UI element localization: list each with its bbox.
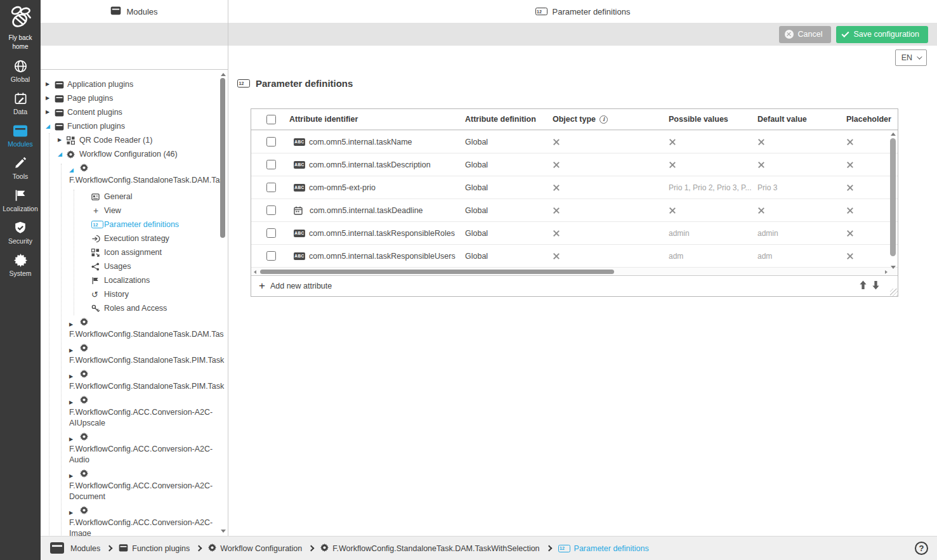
- add-new-attribute-button[interactable]: Add new attribute: [270, 282, 332, 290]
- tree-item-localizations[interactable]: Localizations: [91, 273, 219, 287]
- chevron-expanded-icon[interactable]: ◢: [69, 167, 78, 173]
- sidebar-item-data[interactable]: Data: [0, 91, 41, 115]
- cancel-button[interactable]: Cancel: [779, 26, 832, 43]
- row-checkbox[interactable]: [266, 137, 276, 147]
- breadcrumb-config-node[interactable]: F.WorkflowConfig.StandaloneTask.DAM.Task…: [320, 544, 539, 554]
- modules-app-icon: [49, 541, 65, 556]
- tree-item-workflow-config-node[interactable]: ▶ F.WorkflowConfig.StandaloneTask.PIM.Ta…: [69, 370, 219, 392]
- tree-item-application-plugins[interactable]: ▶ Application plugins: [46, 77, 219, 91]
- tree-item-workflow-config-node[interactable]: ▶ F.WorkflowConfig.ACC.Conversion-A2C-Im…: [69, 506, 219, 536]
- help-button[interactable]: ?: [915, 542, 928, 555]
- table-row[interactable]: ABC com.omn5.internal.taskResponsibleRol…: [251, 221, 898, 244]
- tree-item-view[interactable]: + View: [91, 204, 219, 218]
- row-checkbox[interactable]: [266, 160, 276, 169]
- table-vertical-scrollbar[interactable]: [889, 131, 897, 270]
- tree-item-page-plugins[interactable]: ▶ Page plugins: [46, 91, 219, 105]
- chevron-right-icon[interactable]: ▶: [69, 437, 78, 442]
- scroll-left-arrow[interactable]: [254, 270, 256, 274]
- tree-item-workflow-config-node[interactable]: ▶ F.WorkflowConfig.ACC.Conversion-A2C-Au…: [69, 433, 219, 466]
- chevron-right-icon[interactable]: ▶: [46, 82, 55, 87]
- chevron-right-icon[interactable]: ▶: [46, 110, 55, 115]
- scroll-down-arrow[interactable]: [221, 530, 226, 533]
- scroll-up-arrow[interactable]: [221, 73, 226, 76]
- chevron-expanded-icon[interactable]: ◢: [46, 124, 55, 129]
- page-title: 12 Parameter definitions: [237, 78, 937, 89]
- row-checkbox[interactable]: [266, 205, 276, 215]
- parameter-definitions-icon: 12: [237, 79, 250, 88]
- tree-scrollbar[interactable]: [219, 70, 227, 536]
- chevron-right-icon[interactable]: ▶: [69, 511, 78, 516]
- chevron-right-icon[interactable]: ▶: [69, 400, 78, 405]
- chevron-right-icon[interactable]: ▶: [69, 348, 78, 353]
- sidebar-item-system[interactable]: System: [0, 252, 41, 277]
- module-box-icon: [55, 122, 67, 131]
- breadcrumb-parameter-definitions[interactable]: 12 Parameter definitions: [558, 544, 649, 553]
- home-logo[interactable]: Fly back home: [0, 0, 41, 58]
- row-checkbox[interactable]: [266, 228, 276, 238]
- chevron-right-icon[interactable]: ▶: [69, 322, 78, 327]
- chevron-right-icon[interactable]: ▶: [69, 374, 78, 379]
- breadcrumb-modules[interactable]: Modules: [70, 544, 100, 553]
- column-header-attribute-definition: Attribute definition: [461, 115, 549, 124]
- text-attribute-icon: ABC: [294, 184, 305, 192]
- chevron-right-icon: [107, 545, 113, 552]
- row-checkbox[interactable]: [266, 251, 276, 261]
- tree-item-execution-strategy[interactable]: Execution strategy: [91, 231, 219, 245]
- tree-item-workflow-config-node[interactable]: ▶ F.WorkflowConfig.ACC.Conversion-A2C-Do…: [69, 469, 219, 502]
- tree-item-usages[interactable]: Usages: [91, 259, 219, 273]
- move-down-button[interactable]: [872, 280, 880, 292]
- tree-item-history[interactable]: ↺ History: [91, 287, 219, 301]
- language-selector[interactable]: EN: [895, 49, 927, 66]
- tree-item-content-plugins[interactable]: ▶ Content plugins: [46, 105, 219, 119]
- text-attribute-icon: ABC: [294, 252, 305, 260]
- tree-item-workflow-config-node[interactable]: ◢ F.WorkflowConfig.StandaloneTask.DAM.Ta…: [69, 164, 219, 186]
- table-header-row: Attribute identifier Attribute definitio…: [251, 109, 898, 130]
- tree-scrollbar-thumb[interactable]: [220, 78, 225, 238]
- sub-header-row: EN: [41, 46, 937, 70]
- chevron-right-icon[interactable]: ▶: [69, 474, 78, 479]
- tree-item-qr-code-reader[interactable]: ▶ QR Code Reader (1): [58, 133, 219, 147]
- sidebar-item-global[interactable]: Global: [0, 58, 41, 83]
- panel-title: Modules: [126, 7, 157, 16]
- sidebar-item-modules[interactable]: Modules: [0, 123, 41, 148]
- sidebar-item-label: Security: [8, 237, 32, 245]
- breadcrumb-workflow-configuration[interactable]: Workflow Configuration: [208, 544, 302, 554]
- move-up-button[interactable]: [859, 280, 867, 292]
- tree-item-workflow-config-node[interactable]: ▶ F.WorkflowConfig.ACC.Conversion-A2C-AI…: [69, 396, 219, 429]
- table-row[interactable]: ABC com.omn5.internal.taskResponsibleUse…: [251, 244, 898, 267]
- sidebar-item-tools[interactable]: Tools: [0, 155, 41, 180]
- column-header-object-type: Object type i: [549, 115, 664, 124]
- table-horizontal-scrollbar[interactable]: [251, 267, 898, 275]
- resize-handle[interactable]: [890, 289, 898, 296]
- info-icon[interactable]: i: [600, 115, 608, 124]
- table-row[interactable]: ABC com.omn5.internal.taskName Global: [251, 130, 898, 153]
- scroll-up-arrow[interactable]: [891, 133, 896, 136]
- table-row[interactable]: com.omn5.internal.taskDeadline Global: [251, 199, 898, 221]
- row-checkbox[interactable]: [266, 183, 276, 192]
- select-all-checkbox[interactable]: [266, 115, 276, 124]
- sidebar-item-security[interactable]: Security: [0, 220, 41, 245]
- vertical-scrollbar-thumb[interactable]: [890, 138, 896, 256]
- sidebar-item-localization[interactable]: Localization: [0, 188, 41, 212]
- scroll-down-arrow[interactable]: [891, 266, 896, 269]
- chevron-expanded-icon[interactable]: ◢: [58, 152, 67, 157]
- horizontal-scrollbar-thumb[interactable]: [260, 270, 614, 274]
- column-header-placeholder: Placeholder: [841, 115, 898, 124]
- tree-item-icon-assignment[interactable]: Icon assignment: [91, 245, 219, 259]
- tree-item-function-plugins[interactable]: ◢ Function plugins: [46, 119, 219, 133]
- chevron-right-icon[interactable]: ▶: [58, 138, 67, 143]
- tree-item-workflow-config-node[interactable]: ▶ F.WorkflowConfig.StandaloneTask.DAM.Ta…: [69, 318, 219, 340]
- tree-item-parameter-definitions[interactable]: 12 Parameter definitions: [91, 218, 219, 231]
- table-row[interactable]: ABC com-omn5-ext-prio Global Prio 1, Pri…: [251, 176, 898, 199]
- table-row[interactable]: ABC com.omn5.internal.taskDescription Gl…: [251, 153, 898, 176]
- scroll-right-arrow[interactable]: [885, 270, 888, 274]
- tree-item-general[interactable]: General: [91, 190, 219, 204]
- tree-item-roles-and-access[interactable]: Roles and Access: [91, 301, 219, 315]
- gear-icon: [80, 506, 93, 518]
- save-configuration-button[interactable]: Save configuration: [836, 26, 928, 43]
- chevron-right-icon: [546, 545, 552, 552]
- tree-item-workflow-configuration[interactable]: ◢ Workflow Configuration (46): [58, 147, 219, 161]
- chevron-right-icon[interactable]: ▶: [46, 96, 55, 101]
- tree-item-workflow-config-node[interactable]: ▶ F.WorkflowConfig.StandaloneTask.PIM.Ta…: [69, 344, 219, 366]
- breadcrumb-function-plugins[interactable]: Function plugins: [119, 544, 190, 554]
